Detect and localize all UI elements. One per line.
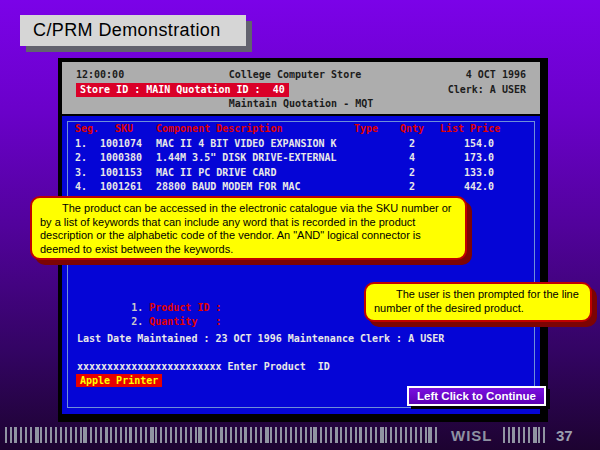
- session-time: 12:00:00: [76, 68, 124, 83]
- col-header-sku: SKU: [100, 122, 148, 137]
- slide-title-box: C/PRM Demonstration: [20, 15, 246, 46]
- slide-title: C/PRM Demonstration: [33, 20, 221, 41]
- left-click-to-continue-button[interactable]: Left Click to Continue: [407, 386, 546, 406]
- cell-seg: 2.: [75, 151, 100, 166]
- cell-list-price: 173.0: [430, 151, 534, 166]
- cell-sku: 1001261: [100, 180, 148, 195]
- cell-list-price: 442.0: [430, 180, 534, 195]
- presentation-slide: C/PRM Demonstration 12:00:00 College Com…: [0, 0, 600, 450]
- cell-qnty: 2: [394, 166, 430, 181]
- cell-qnty: 2: [394, 137, 430, 152]
- cell-sku: 1000380: [100, 151, 148, 166]
- col-header-seg: Seg.: [75, 122, 100, 137]
- callout-line-prompt-note: The user is then prompted for the line n…: [364, 282, 592, 322]
- cell-description: MAC II 4 BIT VIDEO EXPANSION K: [148, 137, 354, 152]
- cell-qnty: 2: [394, 180, 430, 195]
- callout-catalogue-note: The product can be accessed in the elect…: [30, 196, 467, 260]
- table-row: 1. 1001074 MAC II 4 BIT VIDEO EXPANSION …: [75, 137, 534, 152]
- callout-text: The user is then prompted for the line n…: [374, 288, 582, 315]
- footer-bar: WISL 37: [0, 427, 600, 445]
- search-term-field: Apple Printer: [76, 374, 162, 387]
- cell-list-price: 154.0: [430, 137, 534, 152]
- cell-seg: 3.: [75, 166, 100, 181]
- cell-sku: 1001074: [100, 137, 148, 152]
- session-date: 4 OCT 1996: [466, 68, 526, 83]
- table-body: 1. 1001074 MAC II 4 BIT VIDEO EXPANSION …: [75, 137, 534, 195]
- store-name: College Computer Store: [229, 68, 361, 83]
- quotation-table: Seg. SKU Component Description Type Qnty…: [75, 122, 534, 195]
- page-number: 37: [556, 427, 573, 444]
- col-header-list-price: List Price: [430, 122, 534, 137]
- cell-qnty: 4: [394, 151, 430, 166]
- screen-title: Maintain Quotation - MQT: [76, 97, 526, 112]
- cell-type: [354, 166, 394, 181]
- prompt-number: 2.: [131, 316, 143, 327]
- table-row: 4. 1001261 28800 BAUD MODEM FOR MAC 2 44…: [75, 180, 534, 195]
- store-id-banner: Store ID : MAIN Quotation ID : 40: [76, 83, 289, 98]
- footer-brand: WISL: [451, 427, 493, 444]
- col-header-description: Component Description: [148, 122, 354, 137]
- terminal-screen: Seg. SKU Component Description Type Qnty…: [62, 116, 540, 414]
- cell-list-price: 133.0: [430, 166, 534, 181]
- cell-seg: 4.: [75, 180, 100, 195]
- cell-description: MAC II PC DRIVE CARD: [148, 166, 354, 181]
- clerk-label: Clerk: A USER: [448, 83, 526, 98]
- maintenance-status-line: Last Date Maintained : 23 OCT 1996 Maint…: [77, 333, 444, 344]
- col-header-type: Type: [354, 122, 394, 137]
- barcode-decoration: [503, 427, 545, 443]
- cell-type: [354, 180, 394, 195]
- cell-sku: 1001153: [100, 166, 148, 181]
- cell-type: [354, 137, 394, 152]
- cell-type: [354, 151, 394, 166]
- callout-text: The product can be accessed in the elect…: [40, 202, 457, 256]
- cell-description: 1.44M 3.5" DISK DRIVE-EXTERNAL: [148, 151, 354, 166]
- barcode-decoration: [5, 427, 439, 443]
- table-row: 2. 1000380 1.44M 3.5" DISK DRIVE-EXTERNA…: [75, 151, 534, 166]
- prompt-label: Quantity :: [149, 316, 221, 327]
- cell-description: 28800 BAUD MODEM FOR MAC: [148, 180, 354, 195]
- enter-product-input-line: xxxxxxxxxxxxxxxxxxxxxxxx Enter Product I…: [77, 361, 330, 372]
- table-row: 3. 1001153 MAC II PC DRIVE CARD 2 133.0: [75, 166, 534, 181]
- cell-seg: 1.: [75, 137, 100, 152]
- col-header-qnty: Qnty: [394, 122, 430, 137]
- table-header-row: Seg. SKU Component Description Type Qnty…: [75, 122, 534, 137]
- terminal-session-header: 12:00:00 College Computer Store 4 OCT 19…: [62, 62, 540, 114]
